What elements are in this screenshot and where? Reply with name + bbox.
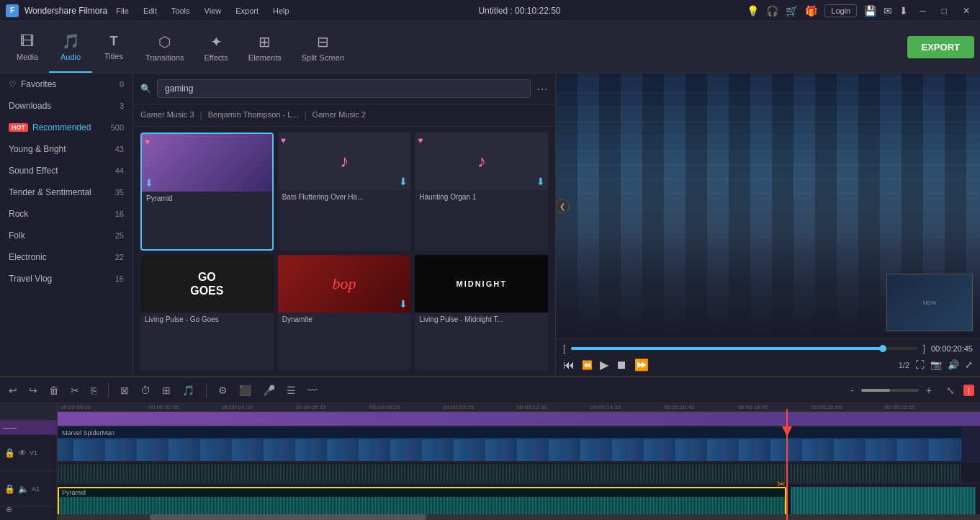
close-button[interactable]: ✕ bbox=[958, 4, 974, 17]
track-lock-icon[interactable]: 🔒 bbox=[4, 448, 15, 458]
sidebar-item-favorites[interactable]: ♡ Favorites 0 bbox=[0, 73, 132, 95]
volume-button[interactable]: 🔊 bbox=[948, 359, 959, 370]
copy-button[interactable]: ⎘ bbox=[88, 382, 99, 399]
media-card-bats[interactable]: ♪ ♥ ⬇ Bats Fluttering Over Ha... bbox=[278, 133, 411, 251]
sidebar-item-rock[interactable]: Rock 16 bbox=[0, 203, 132, 225]
track-speaker-icon[interactable]: 🔈 bbox=[18, 484, 29, 494]
menu-view[interactable]: View bbox=[202, 5, 225, 17]
fit-timeline-button[interactable]: ⤡ bbox=[943, 382, 958, 399]
maximize-button[interactable]: □ bbox=[938, 4, 951, 17]
toolbar-transitions[interactable]: ⬡ Transitions bbox=[135, 22, 194, 73]
screenshot-button[interactable]: 📷 bbox=[930, 359, 942, 370]
download-icon-bats[interactable]: ⬇ bbox=[399, 176, 408, 187]
toolbar-split-screen[interactable]: ⊟ Split Screen bbox=[292, 22, 354, 73]
media-card-midnight[interactable]: MIDNIGHT Living Pulse - Midnight T... bbox=[415, 255, 548, 370]
toolbar-effects[interactable]: ✦ Effects bbox=[194, 22, 238, 73]
download-icon[interactable]: ⬇ bbox=[899, 5, 908, 17]
main-content: ♡ Favorites 0 Downloads 3 HOT Recommende… bbox=[0, 73, 980, 376]
stop-button[interactable]: ⏹ bbox=[616, 359, 627, 372]
sidebar-item-tender[interactable]: Tender & Sentimental 35 bbox=[0, 181, 132, 203]
title-bar: F Wondershare Filmora File Edit Tools Vi… bbox=[0, 0, 980, 22]
card-title-living-go: Living Pulse - Go Goes bbox=[140, 313, 274, 326]
undo-button[interactable]: ↩ bbox=[6, 382, 20, 399]
download-icon-haunting[interactable]: ⬇ bbox=[536, 176, 545, 187]
split-button[interactable]: | bbox=[963, 385, 974, 396]
toolbar-elements[interactable]: ⊞ Elements bbox=[238, 22, 292, 73]
sidebar-item-sound-effect[interactable]: Sound Effect 44 bbox=[0, 160, 132, 181]
speed-button[interactable]: ⏱ bbox=[138, 382, 153, 399]
toolbar-media[interactable]: 🎞 Media bbox=[6, 22, 49, 73]
top-track-2[interactable]: Gamer Music 2 bbox=[313, 110, 367, 120]
media-card-living-go[interactable]: GOGOES Living Pulse - Go Goes bbox=[140, 255, 274, 370]
headphone-icon[interactable]: 🎧 bbox=[766, 5, 778, 17]
sidebar-item-travel-vlog[interactable]: Travel Vlog 16 bbox=[0, 268, 132, 290]
media-card-pyramid[interactable]: ♥ ⬇ Pyramid bbox=[140, 133, 274, 251]
waveform-button[interactable]: 〰 bbox=[305, 382, 320, 399]
cart-icon[interactable]: 🛒 bbox=[786, 5, 798, 17]
play-button[interactable]: ▶ bbox=[600, 358, 608, 372]
progress-track[interactable] bbox=[571, 347, 917, 350]
recommended-count: 500 bbox=[111, 123, 124, 132]
sidebar-item-downloads[interactable]: Downloads 3 bbox=[0, 95, 132, 117]
audio-clip-continuation[interactable] bbox=[791, 487, 975, 517]
purple-clip[interactable] bbox=[58, 412, 750, 426]
zoom-slider[interactable] bbox=[861, 389, 919, 392]
overlay-button[interactable]: ⬛ bbox=[236, 382, 254, 399]
track-eye-icon[interactable]: 👁 bbox=[18, 448, 27, 458]
toolbar-audio[interactable]: 🎵 Audio bbox=[49, 22, 92, 73]
top-track-0[interactable]: Gamer Music 3 bbox=[140, 110, 194, 120]
list-button[interactable]: ☰ bbox=[284, 382, 299, 399]
save-icon[interactable]: 💾 bbox=[864, 5, 876, 17]
audio-wave-strip bbox=[58, 464, 961, 483]
minimize-button[interactable]: ─ bbox=[915, 4, 930, 17]
cut-button[interactable]: ✂ bbox=[68, 382, 82, 399]
music-note-icon: ♪ bbox=[340, 151, 349, 171]
grid-icon[interactable]: ⋯ bbox=[536, 82, 548, 96]
lightbulb-icon[interactable]: 💡 bbox=[747, 5, 759, 17]
mail-icon[interactable]: ✉ bbox=[884, 5, 892, 17]
step-forward-button[interactable]: ⏩ bbox=[634, 358, 649, 372]
zoom-out-button[interactable]: - bbox=[848, 382, 857, 399]
mic-button[interactable]: 🎤 bbox=[260, 382, 278, 399]
menu-tools[interactable]: Tools bbox=[168, 5, 193, 17]
menu-help[interactable]: Help bbox=[270, 5, 292, 17]
zoom-in-button[interactable]: + bbox=[923, 382, 935, 399]
transform-button[interactable]: ⊞ bbox=[159, 382, 174, 399]
audio-clip-selected[interactable]: Pyramid bbox=[58, 487, 786, 517]
sidebar-item-electronic[interactable]: Electronic 22 bbox=[0, 246, 132, 268]
login-button[interactable]: Login bbox=[824, 4, 857, 17]
redo-button[interactable]: ↪ bbox=[26, 382, 40, 399]
audio-button[interactable]: 🎵 bbox=[179, 382, 197, 399]
sidebar-item-folk[interactable]: Folk 25 bbox=[0, 225, 132, 246]
menu-export[interactable]: Export bbox=[233, 5, 261, 17]
settings-button[interactable]: ⤢ bbox=[965, 359, 973, 370]
track-lock-icon-2[interactable]: 🔒 bbox=[4, 484, 15, 494]
delete-button[interactable]: 🗑 bbox=[46, 382, 62, 399]
media-card-haunting[interactable]: ♪ ♥ ⬇ Haunting Organ 1 bbox=[415, 133, 548, 251]
top-track-1[interactable]: Benjamin Thompson - L... bbox=[208, 110, 299, 120]
search-input[interactable] bbox=[157, 79, 531, 98]
titlebar-right: 💡 🎧 🛒 🎁 Login 💾 ✉ ⬇ ─ □ ✕ bbox=[747, 4, 974, 17]
crop-button[interactable]: ⊠ bbox=[117, 382, 132, 399]
sidebar-item-young-bright[interactable]: Young & Bright 43 bbox=[0, 138, 132, 160]
media-card-dynamite[interactable]: bop ⬇ Dynamite bbox=[278, 255, 411, 370]
download-icon-dynamite[interactable]: ⬇ bbox=[399, 298, 408, 310]
gift-icon[interactable]: 🎁 bbox=[805, 5, 817, 17]
collapse-sidebar-button[interactable]: ❮ bbox=[556, 199, 570, 213]
titles-icon: T bbox=[110, 34, 118, 49]
hot-badge: HOT bbox=[9, 123, 28, 132]
export-button[interactable]: EXPORT bbox=[907, 36, 974, 58]
video-clip[interactable]: Marvel SpiderMan bbox=[58, 428, 961, 461]
scroll-thumb[interactable] bbox=[150, 514, 426, 520]
settings-tl-button[interactable]: ⚙ bbox=[215, 382, 230, 399]
scroll-bar[interactable] bbox=[58, 514, 980, 520]
step-back-button[interactable]: ⏪ bbox=[582, 360, 593, 370]
sidebar-item-recommended[interactable]: HOT Recommended 500 bbox=[0, 117, 132, 138]
progress-thumb[interactable] bbox=[879, 345, 886, 352]
toolbar-titles[interactable]: T Titles bbox=[92, 22, 135, 73]
menu-edit[interactable]: Edit bbox=[140, 5, 160, 17]
prev-frame-button[interactable]: ⏮ bbox=[563, 359, 575, 372]
menu-file[interactable]: File bbox=[113, 5, 132, 17]
fullscreen-button[interactable]: ⛶ bbox=[915, 359, 925, 370]
add-track-button[interactable]: ⊕ bbox=[6, 505, 12, 514]
